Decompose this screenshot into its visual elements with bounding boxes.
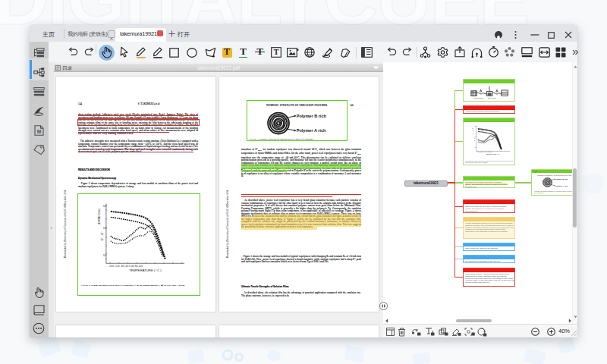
svg-text:T: T — [274, 48, 279, 56]
svg-text:M: M — [37, 129, 41, 134]
